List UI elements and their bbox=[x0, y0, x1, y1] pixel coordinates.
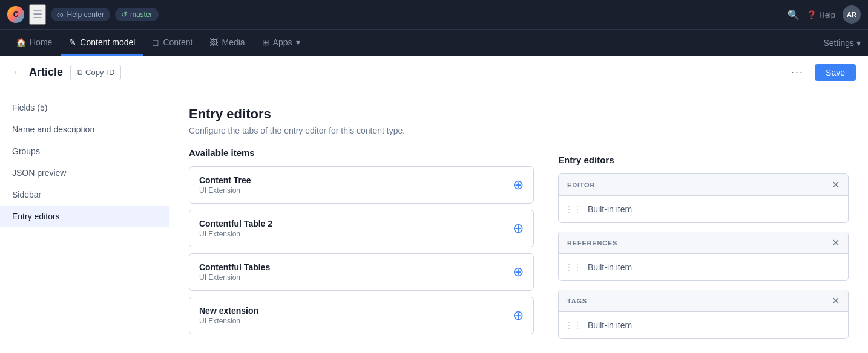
editor-tab-label-2: TAGS bbox=[567, 297, 587, 305]
topbar: C ☰ co Help center ↺ master 🔍 ❓ Help AR bbox=[0, 0, 868, 29]
sidebar-item-json-preview[interactable]: JSON preview bbox=[0, 162, 169, 184]
right-column: Entry editors EDITOR ✕ ⋮⋮ Built-in item … bbox=[558, 106, 849, 336]
help-icon: ❓ bbox=[807, 10, 817, 19]
drag-handle-0[interactable]: ⋮⋮ bbox=[559, 196, 588, 222]
nav-content-label: Content bbox=[163, 37, 192, 47]
available-item-info-0: Content Tree UI Extension bbox=[199, 175, 251, 195]
env-label: master bbox=[130, 10, 153, 19]
save-button[interactable]: Save bbox=[815, 64, 856, 81]
help-label: Help bbox=[819, 10, 835, 19]
available-item-name-3: New extension bbox=[199, 306, 258, 316]
org-icon: co bbox=[57, 11, 64, 18]
available-item-name-0: Content Tree bbox=[199, 175, 251, 185]
editor-panel-2: TAGS ✕ ⋮⋮ Built-in item bbox=[558, 290, 849, 339]
content-area: Entry editors Configure the tabs of the … bbox=[169, 89, 868, 353]
available-item-info-1: Contentful Table 2 UI Extension bbox=[199, 219, 272, 238]
editor-close-button-2[interactable]: ✕ bbox=[832, 295, 840, 306]
sidebar-item-name-description[interactable]: Name and description bbox=[0, 118, 169, 140]
sidebar: Fields (5) Name and description Groups J… bbox=[0, 89, 169, 353]
editor-close-button-1[interactable]: ✕ bbox=[832, 237, 840, 248]
nav-content-model[interactable]: ✎ Content model bbox=[61, 30, 143, 56]
available-item-info-2: Contentful Tables UI Extension bbox=[199, 262, 270, 282]
editor-close-button-0[interactable]: ✕ bbox=[832, 179, 840, 190]
settings-label: Settings bbox=[823, 38, 854, 48]
nav-home-label: Home bbox=[30, 37, 52, 47]
editor-panel-header-2: TAGS ✕ bbox=[559, 290, 848, 312]
available-item-info-3: New extension UI Extension bbox=[199, 306, 258, 325]
add-icon-3[interactable]: ⊕ bbox=[513, 308, 524, 323]
available-item-name-1: Contentful Table 2 bbox=[199, 219, 272, 228]
settings-button[interactable]: Settings ▾ bbox=[823, 38, 861, 48]
sidebar-item-fields[interactable]: Fields (5) bbox=[0, 97, 169, 118]
editor-tab-label-0: EDITOR bbox=[567, 181, 595, 189]
back-button[interactable]: ← bbox=[12, 67, 22, 78]
editor-panel-body-1: ⋮⋮ Built-in item bbox=[559, 254, 848, 280]
available-item-type-1: UI Extension bbox=[199, 230, 272, 238]
sidebar-item-sidebar[interactable]: Sidebar bbox=[0, 184, 169, 206]
org-badge[interactable]: co Help center bbox=[51, 8, 110, 21]
entry-editors-title: Entry editors bbox=[558, 155, 849, 165]
editor-tab-label-1: REFERENCES bbox=[567, 239, 617, 247]
hamburger-button[interactable]: ☰ bbox=[29, 4, 46, 25]
available-item-name-2: Contentful Tables bbox=[199, 262, 270, 272]
main-layout: Fields (5) Name and description Groups J… bbox=[0, 89, 868, 353]
sidebar-item-entry-editors[interactable]: Entry editors bbox=[0, 206, 169, 227]
add-icon-0[interactable]: ⊕ bbox=[513, 177, 524, 193]
editor-panel-body-0: ⋮⋮ Built-in item bbox=[559, 196, 848, 222]
editor-panel-content-0: Built-in item bbox=[588, 196, 640, 222]
navbar: 🏠 Home ✎ Content model ◻ Content 🖼 Media… bbox=[0, 29, 868, 56]
left-column: Entry editors Configure the tabs of the … bbox=[189, 106, 534, 336]
media-icon: 🖼 bbox=[209, 37, 218, 47]
navbar-right: Settings ▾ bbox=[823, 30, 861, 56]
section-title: Entry editors bbox=[189, 106, 534, 122]
available-items-title: Available items bbox=[189, 147, 534, 158]
nav-apps[interactable]: ⊞ Apps ▾ bbox=[254, 30, 309, 56]
available-item-type-3: UI Extension bbox=[199, 317, 258, 325]
drag-handle-2[interactable]: ⋮⋮ bbox=[559, 312, 588, 338]
search-button[interactable]: 🔍 bbox=[787, 9, 800, 21]
env-icon: ↺ bbox=[121, 10, 127, 19]
available-item-2: Contentful Tables UI Extension ⊕ bbox=[189, 253, 534, 291]
org-label: Help center bbox=[67, 10, 104, 19]
settings-chevron-icon: ▾ bbox=[856, 38, 861, 48]
add-icon-2[interactable]: ⊕ bbox=[513, 264, 524, 280]
copy-label: Copy bbox=[85, 68, 104, 77]
editor-panel-header-0: EDITOR ✕ bbox=[559, 174, 848, 196]
available-item-type-0: UI Extension bbox=[199, 186, 251, 195]
nav-content-model-label: Content model bbox=[80, 37, 135, 47]
avatar[interactable]: AR bbox=[843, 5, 861, 24]
editor-panel-content-2: Built-in item bbox=[588, 312, 640, 338]
available-item-type-2: UI Extension bbox=[199, 273, 270, 282]
editor-panel-0: EDITOR ✕ ⋮⋮ Built-in item bbox=[558, 173, 849, 223]
content-model-icon: ✎ bbox=[69, 37, 76, 47]
drag-handle-1[interactable]: ⋮⋮ bbox=[559, 254, 588, 280]
copy-id-button[interactable]: ⧉ Copy ID bbox=[70, 65, 121, 80]
available-item-3: New extension UI Extension ⊕ bbox=[189, 297, 534, 334]
section-desc: Configure the tabs of the entry editor f… bbox=[189, 126, 534, 135]
editor-panel-header-1: REFERENCES ✕ bbox=[559, 232, 848, 254]
topbar-right: 🔍 ❓ Help AR bbox=[787, 5, 861, 24]
page-title: Article bbox=[29, 66, 63, 79]
app-logo: C bbox=[7, 6, 24, 23]
nav-media[interactable]: 🖼 Media bbox=[201, 30, 253, 56]
apps-chevron-icon: ▾ bbox=[296, 37, 300, 47]
page-header: ← Article ⧉ Copy ID ··· Save bbox=[0, 56, 868, 89]
nav-content[interactable]: ◻ Content bbox=[143, 30, 201, 56]
editor-panel-1: REFERENCES ✕ ⋮⋮ Built-in item bbox=[558, 232, 849, 281]
copy-icon: ⧉ bbox=[77, 68, 82, 77]
env-badge[interactable]: ↺ master bbox=[115, 8, 159, 21]
apps-icon: ⊞ bbox=[262, 37, 269, 47]
content-icon: ◻ bbox=[152, 37, 159, 47]
sidebar-item-groups[interactable]: Groups bbox=[0, 140, 169, 162]
more-options-button[interactable]: ··· bbox=[786, 63, 809, 81]
help-button[interactable]: ❓ Help bbox=[807, 10, 835, 19]
nav-apps-label: Apps bbox=[273, 37, 292, 47]
copy-suffix: ID bbox=[107, 68, 114, 77]
add-icon-1[interactable]: ⊕ bbox=[513, 221, 524, 236]
page-header-right: ··· Save bbox=[786, 63, 856, 81]
home-icon: 🏠 bbox=[16, 37, 26, 47]
editor-panel-body-2: ⋮⋮ Built-in item bbox=[559, 312, 848, 338]
available-item-1: Contentful Table 2 UI Extension ⊕ bbox=[189, 210, 534, 247]
nav-home[interactable]: 🏠 Home bbox=[7, 30, 61, 56]
nav-media-label: Media bbox=[222, 37, 245, 47]
